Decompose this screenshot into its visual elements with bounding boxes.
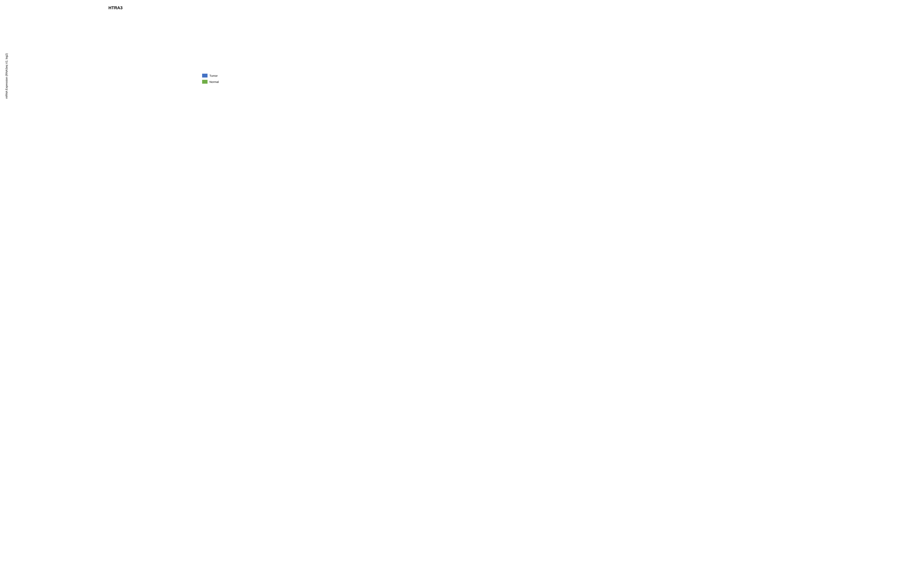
tumor-swatch <box>202 74 207 77</box>
svg-rect-73 <box>31 26 31 26</box>
svg-rect-501 <box>87 64 87 64</box>
svg-rect-496 <box>159 51 159 51</box>
svg-rect-468 <box>183 28 183 28</box>
svg-rect-493 <box>193 43 193 43</box>
y-axis-label: mRNA Expression (RNASeq V2, log2) <box>5 53 8 99</box>
svg-rect-292 <box>120 24 121 24</box>
svg-container: 2468101214BLCABRCACOADHNSCKICHKIRCLUADLU… <box>11 11 198 140</box>
svg-rect-495 <box>116 48 116 48</box>
svg-rect-482 <box>184 110 184 110</box>
main-svg: 2468101214BLCABRCACOADHNSCKICHKIRCLUADLU… <box>11 11 198 140</box>
chart-area: mRNA Expression (RNASeq V2, log2) 246810… <box>2 11 229 140</box>
svg-rect-487 <box>150 47 198 59</box>
svg-rect-497 <box>118 53 118 54</box>
svg-rect-492 <box>155 40 155 40</box>
svg-rect-219 <box>31 115 31 115</box>
chart-container: HTRA3 mRNA Expression (RNASeq V2, log2) … <box>2 2 229 142</box>
svg-rect-500 <box>77 61 77 62</box>
legend-container: Tumor Normal <box>198 11 229 140</box>
svg-rect-72 <box>42 19 42 20</box>
svg-point-488 <box>189 52 191 53</box>
svg-rect-506 <box>190 78 190 78</box>
normal-swatch <box>202 80 207 84</box>
svg-rect-469 <box>156 34 156 34</box>
svg-rect-485 <box>183 128 183 128</box>
legend-normal-label: Normal <box>210 80 219 84</box>
chart-title: HTRA3 <box>2 2 229 11</box>
svg-rect-478 <box>15 87 15 87</box>
legend-tumor: Tumor <box>202 74 229 77</box>
svg-rect-160 <box>73 19 73 20</box>
svg-rect-89 <box>42 125 42 126</box>
svg-rect-483 <box>113 116 114 116</box>
svg-rect-293 <box>100 29 100 29</box>
legend-normal: Normal <box>202 80 229 84</box>
svg-rect-336 <box>136 28 136 28</box>
svg-rect-489 <box>190 32 190 32</box>
svg-rect-502 <box>159 67 159 67</box>
svg-rect-162 <box>29 30 29 31</box>
svg-rect-504 <box>149 73 150 73</box>
y-axis-label-container: mRNA Expression (RNASeq V2, log2) <box>2 11 11 140</box>
plot-wrapper: 2468101214BLCABRCACOADHNSCKICHKIRCLUADLU… <box>11 11 198 140</box>
svg-rect-265 <box>104 119 105 120</box>
plot-and-legend: 2468101214BLCABRCACOADHNSCKICHKIRCLUADLU… <box>11 11 229 140</box>
legend-tumor-label: Tumor <box>210 74 218 77</box>
svg-rect-263 <box>92 110 92 110</box>
svg-rect-221 <box>89 124 89 124</box>
svg-rect-491 <box>147 37 148 38</box>
svg-rect-161 <box>71 25 71 25</box>
svg-rect-505 <box>166 75 166 76</box>
svg-rect-264 <box>121 114 122 115</box>
svg-rect-484 <box>158 122 158 122</box>
